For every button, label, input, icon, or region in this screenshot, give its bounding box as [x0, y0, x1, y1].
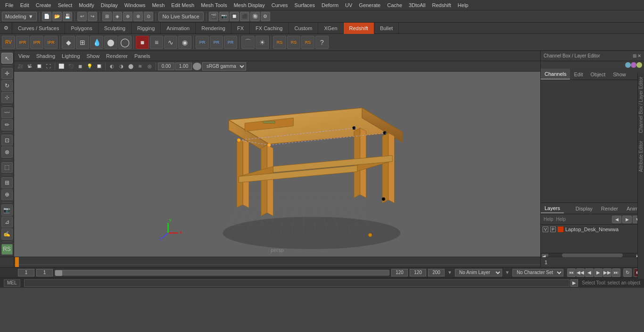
menu-select[interactable]: Select	[55, 1, 76, 9]
snap-grid-tool[interactable]: ⊞	[1, 177, 13, 188]
paint-tool[interactable]: ✏	[1, 119, 13, 130]
tab-fx-caching[interactable]: FX Caching	[250, 23, 289, 34]
shelf-icon-sphere2[interactable]: ◯	[118, 36, 132, 49]
context-btn[interactable]: ⊿	[1, 217, 13, 227]
menu-curves[interactable]: Curves	[268, 1, 291, 9]
snap-btn1[interactable]: ⊞	[102, 12, 112, 21]
shelf-icon-ipr3[interactable]: IPR	[44, 36, 58, 49]
shelf-icon-diamond[interactable]: ◆	[62, 36, 75, 49]
timeline-ruler[interactable]: // Draw tick marks for(let i=0;i<=120;i+…	[14, 257, 540, 267]
tab-bullet[interactable]: Bullet	[374, 23, 399, 34]
tab-rigging[interactable]: Rigging	[132, 23, 161, 34]
shelf-icon-pr1[interactable]: PR	[196, 36, 209, 49]
new-file-button[interactable]: 📄	[42, 12, 51, 21]
tab-custom[interactable]: Custom	[289, 23, 319, 34]
layer-next-btn[interactable]: ▶	[622, 216, 632, 223]
save-file-button[interactable]: 💾	[63, 12, 72, 21]
soft-select-tool[interactable]: ⊗	[1, 146, 13, 157]
scroll-thumb[interactable]	[562, 253, 623, 257]
undo-button[interactable]: ↩	[77, 12, 87, 21]
display-tab[interactable]: Display	[572, 204, 596, 213]
vp-texture-btn[interactable]: 🔲	[95, 62, 103, 71]
menu-mesh-tools[interactable]: Mesh Tools	[198, 1, 230, 9]
anim-layer-select[interactable]: No Anim Layer	[455, 269, 502, 276]
shelf-icon-rs2[interactable]: RS	[287, 36, 300, 49]
tab-curves-surfaces[interactable]: Curves / Surfaces	[12, 23, 65, 34]
step-forward-btn[interactable]: ▶▶	[603, 268, 611, 277]
menu-3dtoall[interactable]: 3DtoAll	[405, 1, 429, 9]
viewport-value1[interactable]	[158, 63, 174, 70]
menu-edit[interactable]: Edit	[17, 1, 33, 9]
shelf-icon-torus[interactable]: ◉	[178, 36, 191, 49]
shelf-icon-curve[interactable]: ∿	[164, 36, 177, 49]
vp-cam3-btn[interactable]: 🔲	[35, 62, 43, 71]
snap-btn5[interactable]: ⊙	[144, 12, 153, 21]
go-to-start-btn[interactable]: ⏮	[567, 268, 576, 277]
live-surface-button[interactable]: No Live Surface	[158, 12, 204, 21]
vp-wire-btn[interactable]: ⬜	[57, 62, 66, 71]
render-btn1[interactable]: 🎬	[209, 12, 218, 21]
play-back-btn[interactable]: ◀	[585, 268, 594, 277]
range-start-handle[interactable]	[55, 270, 62, 276]
tab-redshift[interactable]: Redshift	[344, 23, 374, 34]
show-tab[interactable]: Show	[609, 69, 630, 80]
menu-generate[interactable]: Generate	[355, 1, 384, 9]
tab-fx[interactable]: FX	[231, 23, 250, 34]
anim-layer-arrow[interactable]: ▼	[446, 269, 453, 276]
menu-cache[interactable]: Cache	[384, 1, 405, 9]
layer-playback[interactable]: P	[550, 227, 556, 232]
menu-create[interactable]: Create	[33, 1, 55, 9]
tab-polygons[interactable]: Polygons	[65, 23, 98, 34]
shelf-icon-cube-red[interactable]: ■	[136, 36, 149, 49]
menu-edit-mesh[interactable]: Edit Mesh	[168, 1, 198, 9]
region-select-tool[interactable]: ⬚	[1, 162, 13, 173]
menu-mesh-display[interactable]: Mesh Display	[231, 1, 268, 9]
layer-visibility[interactable]: V	[543, 227, 548, 232]
vp-cam2-btn[interactable]: 📽	[25, 62, 34, 71]
shelf-icon-pr3[interactable]: PR	[224, 36, 237, 49]
play-forward-btn[interactable]: ▶	[594, 268, 603, 277]
shelf-icon-rv[interactable]: RV	[2, 36, 15, 49]
tab-xgen[interactable]: XGen	[318, 23, 343, 34]
viewport-value2[interactable]	[175, 63, 192, 70]
shelf-icon-help[interactable]: ?	[315, 36, 329, 49]
object-tab[interactable]: Object	[586, 69, 609, 80]
step-back-btn[interactable]: ◀◀	[576, 268, 585, 277]
gamma-select[interactable]: sRGB gamma	[202, 62, 246, 71]
menu-deform[interactable]: Deform	[318, 1, 342, 9]
menu-modify[interactable]: Modify	[75, 1, 97, 9]
snap-curve-tool[interactable]: ⊕	[1, 189, 13, 200]
rotate-tool[interactable]: ↻	[1, 80, 13, 91]
lasso-tool[interactable]: 〰	[1, 107, 13, 118]
vp-shadow-btn[interactable]: ◐	[107, 62, 116, 71]
vp-flat-btn[interactable]: ◼	[76, 62, 84, 71]
shelf-icon-grid[interactable]: ⊞	[76, 36, 89, 49]
help-label[interactable]: Help	[555, 217, 567, 222]
viewport-canvas[interactable]: X Y Z persp	[14, 72, 540, 257]
viewport-menu-lighting[interactable]: Lighting	[59, 52, 83, 60]
render-btn4[interactable]: ⬛	[240, 12, 249, 21]
options-label[interactable]: Help	[543, 217, 554, 222]
viewport-menu-view[interactable]: View	[16, 52, 32, 60]
vp-camera-btn[interactable]: 🎥	[16, 62, 25, 71]
render-btn2[interactable]: 📷	[219, 12, 229, 21]
panel-resize-icon[interactable]: ⊞	[633, 53, 636, 58]
shelf-icon-sphere[interactable]: ⬤	[104, 36, 117, 49]
select-tool[interactable]: ↖	[1, 53, 13, 64]
render-btn6[interactable]: ⚙	[261, 12, 270, 21]
modeling-preset[interactable]: Modeling ▼	[2, 12, 37, 21]
tab-rendering[interactable]: Rendering	[196, 23, 231, 34]
vp-smooth-btn[interactable]: ⚫	[66, 62, 75, 71]
snap-btn4[interactable]: ⊗	[133, 12, 143, 21]
grease-pencil-tool[interactable]: ✍	[1, 228, 13, 239]
snap-btn2[interactable]: ◈	[113, 12, 122, 21]
menu-mesh[interactable]: Mesh	[149, 1, 168, 9]
character-set-select[interactable]: No Character Set	[512, 269, 563, 276]
snap-btn3[interactable]: ⊕	[123, 12, 132, 21]
vp-aa-btn[interactable]: ⬤	[126, 62, 135, 71]
layer-row-0[interactable]: V P Laptop_Desk_Nnewwa	[541, 225, 644, 234]
char-set-arrow[interactable]: ▼	[504, 269, 511, 276]
shelf-icon-drop[interactable]: 💧	[90, 36, 103, 49]
start-frame-input[interactable]	[18, 269, 34, 276]
shelf-icon-bowl[interactable]: ⌒	[241, 36, 255, 49]
